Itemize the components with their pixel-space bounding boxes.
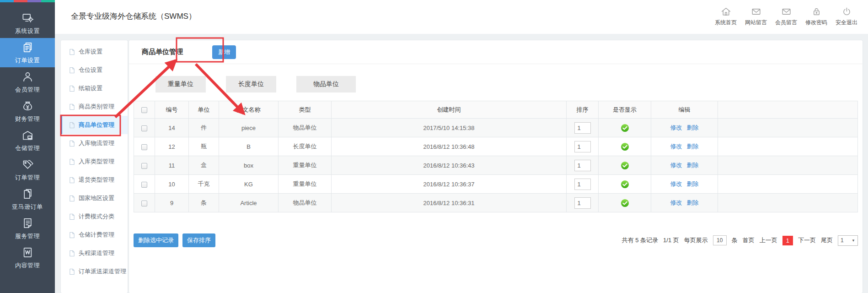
submenu-item-3[interactable]: 商品类别管理 — [61, 98, 128, 116]
submenu-item-2[interactable]: 纸箱设置 — [61, 79, 128, 98]
visible-check-icon[interactable] — [621, 161, 629, 170]
page-count-text: 1/1 页 — [663, 236, 679, 244]
topnav-change-password[interactable]: 修改密码 — [801, 6, 831, 27]
sidebar-item-warehouse-management[interactable]: 仓储管理 — [0, 126, 55, 155]
sidebar-item-order-settings[interactable]: 订单设置 — [0, 38, 55, 67]
tab-weight-unit[interactable]: 重量单位 — [155, 76, 206, 92]
page-select-dropdown[interactable]: 1 ▼ — [838, 235, 858, 246]
visible-check-icon[interactable] — [621, 199, 629, 207]
cell-created: 2016/8/12 10:36:31 — [332, 194, 567, 212]
next-page-link[interactable]: 下一页 — [798, 236, 816, 244]
table-row: 14 件 piece 物品单位 2017/5/10 14:15:38 修改删除 — [134, 119, 858, 137]
delete-link[interactable]: 删除 — [687, 124, 699, 131]
submenu-item-10[interactable]: 仓储计费管理 — [61, 226, 128, 244]
sidebar-item-order-management[interactable]: 订单管理 — [0, 155, 55, 184]
table-header-row: 编号 单位 英文名称 类型 创建时间 排序 是否显示 编辑 — [134, 101, 858, 119]
sidebar-item-member-management[interactable]: 会员管理 — [0, 67, 55, 97]
row-checkbox[interactable] — [141, 201, 147, 206]
first-page-link[interactable]: 首页 — [743, 236, 755, 244]
visible-check-icon[interactable] — [621, 124, 629, 132]
warehouse-truck-icon — [21, 129, 34, 141]
delete-selected-button[interactable]: 删除选中记录 — [134, 233, 178, 247]
chevron-down-icon: ▼ — [852, 239, 855, 243]
sort-input[interactable] — [574, 160, 591, 171]
row-checkbox[interactable] — [141, 182, 147, 188]
page-icon — [69, 103, 75, 110]
cell-type: 重量单位 — [279, 175, 332, 194]
cell-created: 2016/8/12 10:36:43 — [332, 156, 567, 175]
tab-length-unit[interactable]: 长度单位 — [226, 76, 276, 92]
cell-id: 9 — [155, 194, 189, 212]
delete-link[interactable]: 删除 — [687, 143, 699, 150]
sort-input[interactable] — [574, 179, 591, 190]
submenu-item-4[interactable]: 商品单位管理 — [61, 116, 128, 134]
add-button[interactable]: 新增 — [212, 45, 236, 59]
row-checkbox[interactable] — [141, 125, 147, 131]
topnav-site-messages[interactable]: 网站留言 — [741, 6, 771, 27]
sidebar-item-label: 财务管理 — [15, 115, 40, 123]
topnav-home[interactable]: 系统首页 — [711, 6, 741, 27]
last-page-link[interactable]: 尾页 — [821, 236, 833, 244]
cell-en-name: piece — [219, 119, 279, 137]
visible-check-icon[interactable] — [621, 142, 629, 151]
delete-link[interactable]: 删除 — [687, 162, 699, 168]
per-page-input[interactable] — [713, 235, 727, 245]
edit-link[interactable]: 修改 — [670, 143, 682, 150]
sidebar-item-label: 订单设置 — [15, 56, 40, 65]
delete-link[interactable]: 删除 — [687, 180, 699, 187]
visible-check-icon[interactable] — [621, 180, 629, 189]
submenu-item-0[interactable]: 仓库设置 — [61, 43, 128, 61]
pagination: 共有 5 条记录 1/1 页 每页展示 条 首页 上一页 1 下一页 尾页 1 … — [617, 235, 858, 246]
cell-unit: 瓶 — [189, 137, 219, 156]
submenu-item-1[interactable]: 仓位设置 — [61, 61, 128, 79]
page-icon — [69, 67, 75, 74]
table-row: 12 瓶 B 长度单位 2016/8/12 10:36:48 修改删除 — [134, 137, 858, 156]
edit-link[interactable]: 修改 — [670, 180, 682, 187]
edit-link[interactable]: 修改 — [670, 162, 682, 168]
submenu-item-11[interactable]: 头程渠道管理 — [61, 244, 128, 262]
person-icon — [21, 71, 34, 83]
sidebar-item-content-management[interactable]: 内容管理 — [0, 243, 55, 272]
sort-input[interactable] — [574, 122, 591, 134]
edit-link[interactable]: 修改 — [670, 124, 682, 131]
col-header-edit: 编辑 — [651, 101, 718, 119]
cell-id: 14 — [155, 119, 189, 137]
tab-item-unit[interactable]: 物品单位 — [296, 76, 356, 92]
page-icon — [69, 232, 75, 239]
cell-type: 重量单位 — [279, 156, 332, 175]
sidebar-item-label: 订单管理 — [15, 174, 40, 182]
documents-icon — [21, 188, 34, 200]
sidebar-item-amazon-orders[interactable]: 亚马逊订单 — [0, 184, 55, 214]
row-checkbox[interactable] — [141, 163, 147, 169]
submenu-item-7[interactable]: 退货类型管理 — [61, 171, 128, 189]
page-icon — [69, 213, 75, 220]
sidebar-item-system-settings[interactable]: 系统设置 — [0, 9, 55, 38]
page-icon — [69, 268, 75, 275]
submenu-item-9[interactable]: 计费模式分类 — [61, 207, 128, 226]
top-header: 全景专业级海外仓储系统（SWMS） 系统首页 网站留言 会员留言 修改密码 安全… — [55, 0, 868, 34]
sort-input[interactable] — [574, 141, 591, 152]
sidebar-item-finance-management[interactable]: 财务管理 — [0, 97, 55, 126]
unit-table: 编号 单位 英文名称 类型 创建时间 排序 是否显示 编辑 14 件 piece… — [134, 101, 858, 212]
topnav-logout[interactable]: 安全退出 — [831, 6, 862, 27]
submenu-item-8[interactable]: 国家地区设置 — [61, 189, 128, 207]
delete-link[interactable]: 删除 — [687, 199, 699, 206]
submenu-item-6[interactable]: 入库类型管理 — [61, 152, 128, 171]
mail-icon — [781, 6, 792, 17]
row-checkbox[interactable] — [141, 144, 147, 150]
prev-page-link[interactable]: 上一页 — [760, 236, 777, 244]
submenu-item-12[interactable]: 订单派送渠道管理 — [61, 262, 128, 281]
save-sort-button[interactable]: 保存排序 — [182, 233, 215, 247]
sidebar-item-service-management[interactable]: 服务管理 — [0, 214, 55, 243]
sidebar-item-label: 仓储管理 — [15, 144, 40, 152]
cell-id: 12 — [155, 137, 189, 156]
edit-link[interactable]: 修改 — [670, 199, 682, 206]
copy-sheets-icon — [21, 41, 34, 54]
sort-input[interactable] — [574, 197, 591, 209]
submenu-item-5[interactable]: 入库物流管理 — [61, 134, 128, 152]
cell-created: 2017/5/10 14:15:38 — [332, 119, 567, 137]
select-all-checkbox[interactable] — [141, 107, 147, 113]
cell-created: 2016/8/12 10:36:37 — [332, 175, 567, 194]
primary-sidebar: 系统设置 订单设置 会员管理 财务管理 仓储管理 订单管理 亚马逊订单 服务管 — [0, 0, 55, 293]
topnav-member-messages[interactable]: 会员留言 — [771, 6, 801, 27]
